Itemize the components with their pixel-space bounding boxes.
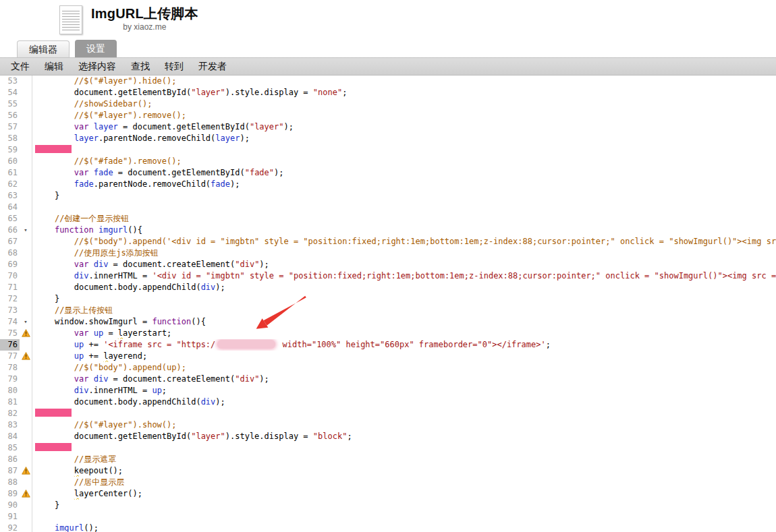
line-number[interactable]: 58 [0, 133, 20, 144]
code-line[interactable]: 82 [0, 408, 776, 419]
code-text[interactable]: //显示上传按钮 [32, 305, 776, 316]
code-line[interactable]: 90 } [0, 500, 776, 511]
code-text[interactable]: up += '<iframe src = "https:/ width="100… [32, 339, 776, 351]
code-text[interactable]: //$("body").append(up); [32, 362, 776, 374]
code-text[interactable] [32, 511, 776, 523]
menu-item-find[interactable]: 查找 [123, 61, 157, 73]
line-number[interactable]: 76 [0, 339, 20, 351]
code-line[interactable]: 62 fade.parentNode.removeChild(fade); [0, 179, 776, 190]
code-text[interactable]: imgurl(); [32, 523, 776, 532]
code-line[interactable]: 59 [0, 144, 776, 156]
tab-settings[interactable]: 设置 [75, 40, 117, 57]
code-text[interactable]: //使用原生js添加按钮 [32, 247, 776, 259]
code-line[interactable]: 69 var div = document.createElement("div… [0, 259, 776, 270]
line-number[interactable]: 87 [0, 465, 20, 477]
line-number[interactable]: 68 [0, 247, 20, 259]
code-text[interactable]: //$("#fade").remove(); [32, 156, 776, 167]
code-text[interactable]: document.getElementById("layer").style.d… [32, 431, 776, 442]
menu-item-selection[interactable]: 选择内容 [71, 61, 123, 73]
code-line[interactable]: 72 } [0, 293, 776, 305]
code-line[interactable]: 92 imgurl(); [0, 523, 776, 532]
line-number[interactable]: 85 [0, 442, 20, 454]
code-text[interactable]: } [32, 293, 776, 305]
code-line[interactable]: 84 document.getElementById("layer").styl… [0, 431, 776, 442]
menu-item-developer[interactable]: 开发者 [191, 61, 234, 73]
code-line[interactable]: 67 //$("body").append('<div id = "imgbtn… [0, 236, 776, 247]
line-number[interactable]: 82 [0, 408, 20, 419]
code-text[interactable]: layerCenter(); [32, 488, 776, 500]
code-text[interactable]: div.innerHTML = up; [32, 385, 776, 396]
code-text[interactable]: //$("#layer").show(); [32, 419, 776, 431]
code-text[interactable]: up += layerend; [32, 351, 776, 362]
code-text[interactable]: } [32, 190, 776, 202]
line-number[interactable]: 80 [0, 385, 20, 396]
code-line[interactable]: 85 [0, 442, 776, 454]
line-number[interactable]: 72 [0, 293, 20, 305]
menu-item-file[interactable]: 文件 [3, 61, 37, 73]
code-line[interactable]: 66▾ function imgurl(){ [0, 225, 776, 236]
code-text[interactable]: var div = document.createElement("div"); [32, 374, 776, 385]
code-line[interactable]: 64 [0, 202, 776, 213]
code-line[interactable]: 70 div.innerHTML = '<div id = "imgbtn" s… [0, 270, 776, 282]
line-number[interactable]: 62 [0, 179, 20, 190]
line-number[interactable]: 64 [0, 202, 20, 213]
warning-icon[interactable] [20, 465, 32, 477]
line-number[interactable]: 61 [0, 167, 20, 179]
code-line[interactable]: 88 //居中显示层 [0, 477, 776, 488]
code-text[interactable]: function imgurl(){ [32, 225, 776, 236]
code-line[interactable]: 73 //显示上传按钮 [0, 305, 776, 316]
code-line[interactable]: 61 var fade = document.getElementById("f… [0, 167, 776, 179]
line-number[interactable]: 77 [0, 351, 20, 362]
warning-icon[interactable] [20, 328, 32, 339]
line-number[interactable]: 74 [0, 316, 20, 328]
code-line[interactable]: 71 document.body.appendChild(div); [0, 282, 776, 293]
line-number[interactable]: 56 [0, 110, 20, 121]
line-number[interactable]: 60 [0, 156, 20, 167]
line-number[interactable]: 75 [0, 328, 20, 339]
line-number[interactable]: 90 [0, 500, 20, 511]
line-number[interactable]: 81 [0, 396, 20, 408]
code-line[interactable]: 77 up += layerend; [0, 351, 776, 362]
line-number[interactable]: 69 [0, 259, 20, 270]
code-text[interactable]: var div = document.createElement("div"); [32, 259, 776, 270]
line-number[interactable]: 67 [0, 236, 20, 247]
line-number[interactable]: 66 [0, 225, 20, 236]
line-number[interactable]: 70 [0, 270, 20, 282]
code-line[interactable]: 55 //showSidebar(); [0, 98, 776, 110]
code-line[interactable]: 75 var up = layerstart; [0, 328, 776, 339]
warning-icon[interactable] [20, 488, 32, 500]
line-number[interactable]: 55 [0, 98, 20, 110]
code-text[interactable]: div.innerHTML = '<div id = "imgbtn" styl… [32, 270, 776, 282]
code-line[interactable]: 86 //显示遮罩 [0, 454, 776, 465]
code-line[interactable]: 91 [0, 511, 776, 523]
line-number[interactable]: 65 [0, 213, 20, 225]
code-text[interactable]: fade.parentNode.removeChild(fade); [32, 179, 776, 190]
line-number[interactable]: 86 [0, 454, 20, 465]
line-number[interactable]: 57 [0, 121, 20, 133]
line-number[interactable]: 88 [0, 477, 20, 488]
code-text[interactable]: //$("body").append('<div id = "imgbtn" s… [32, 236, 776, 247]
code-line[interactable]: 63 } [0, 190, 776, 202]
warning-icon[interactable] [20, 351, 32, 362]
code-line[interactable]: 74▾ window.showImgurl = function(){ [0, 316, 776, 328]
line-number[interactable]: 91 [0, 511, 20, 523]
code-text[interactable] [32, 144, 776, 156]
code-text[interactable]: } [32, 500, 776, 511]
code-line[interactable]: 80 div.innerHTML = up; [0, 385, 776, 396]
tab-editor[interactable]: 编辑器 [17, 40, 70, 57]
code-line[interactable]: 60 //$("#fade").remove(); [0, 156, 776, 167]
code-line[interactable]: 79 var div = document.createElement("div… [0, 374, 776, 385]
menu-item-goto[interactable]: 转到 [157, 61, 191, 73]
code-text[interactable]: //创建一个显示按钮 [32, 213, 776, 225]
line-number[interactable]: 92 [0, 523, 20, 532]
code-text[interactable]: //$("#layer").remove(); [32, 110, 776, 121]
code-line[interactable]: 83 //$("#layer").show(); [0, 419, 776, 431]
code-line[interactable]: 54 document.getElementById("layer").styl… [0, 87, 776, 98]
code-line[interactable]: 53 //$("#layer").hide(); [0, 76, 776, 87]
fold-arrow-icon[interactable]: ▾ [20, 316, 32, 328]
line-number[interactable]: 78 [0, 362, 20, 374]
code-text[interactable]: var fade = document.getElementById("fade… [32, 167, 776, 179]
line-number[interactable]: 89 [0, 488, 20, 500]
line-number[interactable]: 54 [0, 87, 20, 98]
line-number[interactable]: 79 [0, 374, 20, 385]
